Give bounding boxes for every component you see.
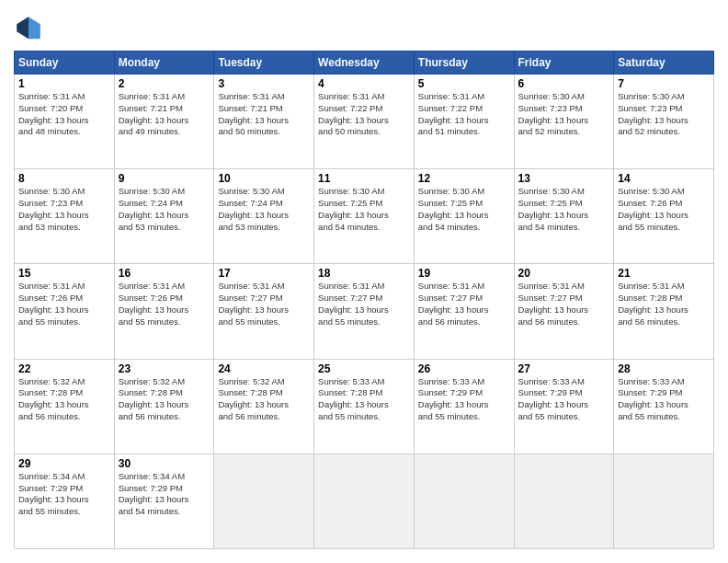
- day-info: Sunrise: 5:31 AM Sunset: 7:21 PM Dayligh…: [119, 91, 210, 138]
- calendar-header-sunday: Sunday: [15, 52, 115, 75]
- day-info: Sunrise: 5:33 AM Sunset: 7:28 PM Dayligh…: [318, 376, 410, 423]
- calendar-week-5: 29Sunrise: 5:34 AM Sunset: 7:29 PM Dayli…: [15, 454, 714, 548]
- day-number: 20: [518, 267, 610, 280]
- day-number: 6: [518, 77, 610, 90]
- day-number: 16: [119, 267, 210, 280]
- day-number: 26: [418, 362, 510, 375]
- day-number: 5: [418, 77, 510, 90]
- day-number: 2: [119, 77, 210, 90]
- calendar-cell: 2Sunrise: 5:31 AM Sunset: 7:21 PM Daylig…: [114, 75, 214, 169]
- calendar-cell: 21Sunrise: 5:31 AM Sunset: 7:28 PM Dayli…: [614, 264, 714, 359]
- page: SundayMondayTuesdayWednesdayThursdayFrid…: [0, 0, 728, 563]
- day-number: 7: [618, 77, 710, 90]
- day-info: Sunrise: 5:31 AM Sunset: 7:26 PM Dayligh…: [18, 281, 110, 327]
- day-number: 25: [318, 362, 410, 375]
- day-info: Sunrise: 5:30 AM Sunset: 7:25 PM Dayligh…: [318, 186, 410, 233]
- day-info: Sunrise: 5:30 AM Sunset: 7:24 PM Dayligh…: [119, 186, 210, 233]
- calendar-cell: 8Sunrise: 5:30 AM Sunset: 7:23 PM Daylig…: [15, 169, 115, 264]
- day-number: 10: [218, 172, 310, 185]
- calendar-table: SundayMondayTuesdayWednesdayThursdayFrid…: [14, 51, 714, 549]
- day-info: Sunrise: 5:30 AM Sunset: 7:25 PM Dayligh…: [518, 186, 610, 233]
- logo: [14, 14, 47, 43]
- day-number: 11: [318, 172, 410, 185]
- calendar-cell: 3Sunrise: 5:31 AM Sunset: 7:21 PM Daylig…: [214, 75, 314, 169]
- day-number: 13: [518, 172, 610, 185]
- calendar-cell: 15Sunrise: 5:31 AM Sunset: 7:26 PM Dayli…: [15, 264, 115, 359]
- calendar-cell: 26Sunrise: 5:33 AM Sunset: 7:29 PM Dayli…: [414, 359, 514, 454]
- day-number: 17: [218, 267, 310, 280]
- day-info: Sunrise: 5:31 AM Sunset: 7:27 PM Dayligh…: [318, 281, 410, 327]
- svg-marker-1: [17, 17, 28, 39]
- day-number: 12: [418, 172, 510, 185]
- calendar-cell: 4Sunrise: 5:31 AM Sunset: 7:22 PM Daylig…: [314, 75, 415, 169]
- day-info: Sunrise: 5:31 AM Sunset: 7:27 PM Dayligh…: [518, 281, 610, 327]
- day-info: Sunrise: 5:31 AM Sunset: 7:22 PM Dayligh…: [418, 91, 510, 138]
- day-number: 24: [218, 362, 310, 375]
- day-info: Sunrise: 5:33 AM Sunset: 7:29 PM Dayligh…: [418, 376, 510, 423]
- calendar-cell: 7Sunrise: 5:30 AM Sunset: 7:23 PM Daylig…: [614, 75, 714, 169]
- day-info: Sunrise: 5:30 AM Sunset: 7:23 PM Dayligh…: [618, 91, 710, 138]
- calendar-cell: 24Sunrise: 5:32 AM Sunset: 7:28 PM Dayli…: [214, 359, 314, 454]
- day-info: Sunrise: 5:32 AM Sunset: 7:28 PM Dayligh…: [218, 376, 310, 423]
- day-number: 23: [119, 362, 210, 375]
- calendar-cell: 9Sunrise: 5:30 AM Sunset: 7:24 PM Daylig…: [114, 169, 214, 264]
- day-info: Sunrise: 5:30 AM Sunset: 7:24 PM Dayligh…: [218, 186, 310, 233]
- calendar-header-wednesday: Wednesday: [314, 52, 415, 75]
- calendar-cell: 22Sunrise: 5:32 AM Sunset: 7:28 PM Dayli…: [15, 359, 115, 454]
- day-info: Sunrise: 5:31 AM Sunset: 7:28 PM Dayligh…: [618, 281, 710, 327]
- calendar-header-row: SundayMondayTuesdayWednesdayThursdayFrid…: [15, 52, 714, 75]
- calendar-cell: 27Sunrise: 5:33 AM Sunset: 7:29 PM Dayli…: [514, 359, 614, 454]
- day-info: Sunrise: 5:33 AM Sunset: 7:29 PM Dayligh…: [518, 376, 610, 423]
- day-number: 15: [18, 267, 110, 280]
- day-number: 21: [618, 267, 710, 280]
- day-info: Sunrise: 5:30 AM Sunset: 7:26 PM Dayligh…: [618, 186, 710, 233]
- calendar-header-saturday: Saturday: [614, 52, 714, 75]
- calendar-cell: 18Sunrise: 5:31 AM Sunset: 7:27 PM Dayli…: [314, 264, 415, 359]
- calendar-cell: [614, 454, 714, 548]
- day-info: Sunrise: 5:32 AM Sunset: 7:28 PM Dayligh…: [119, 376, 210, 423]
- day-info: Sunrise: 5:31 AM Sunset: 7:26 PM Dayligh…: [119, 281, 210, 327]
- day-info: Sunrise: 5:30 AM Sunset: 7:23 PM Dayligh…: [18, 186, 110, 233]
- day-number: 1: [18, 77, 110, 90]
- calendar-cell: 13Sunrise: 5:30 AM Sunset: 7:25 PM Dayli…: [514, 169, 614, 264]
- calendar-cell: [414, 454, 514, 548]
- calendar-cell: 30Sunrise: 5:34 AM Sunset: 7:29 PM Dayli…: [114, 454, 214, 548]
- calendar-week-4: 22Sunrise: 5:32 AM Sunset: 7:28 PM Dayli…: [15, 359, 714, 454]
- day-info: Sunrise: 5:34 AM Sunset: 7:29 PM Dayligh…: [18, 471, 110, 518]
- calendar-cell: 29Sunrise: 5:34 AM Sunset: 7:29 PM Dayli…: [15, 454, 115, 548]
- calendar-week-1: 1Sunrise: 5:31 AM Sunset: 7:20 PM Daylig…: [15, 75, 714, 169]
- day-info: Sunrise: 5:31 AM Sunset: 7:20 PM Dayligh…: [18, 91, 110, 138]
- day-number: 18: [318, 267, 410, 280]
- calendar-cell: 5Sunrise: 5:31 AM Sunset: 7:22 PM Daylig…: [414, 75, 514, 169]
- calendar-week-3: 15Sunrise: 5:31 AM Sunset: 7:26 PM Dayli…: [15, 264, 714, 359]
- calendar-header-monday: Monday: [114, 52, 214, 75]
- calendar-cell: [514, 454, 614, 548]
- calendar-cell: 23Sunrise: 5:32 AM Sunset: 7:28 PM Dayli…: [114, 359, 214, 454]
- day-number: 3: [218, 77, 310, 90]
- logo-icon: [14, 14, 43, 43]
- calendar-header-friday: Friday: [514, 52, 614, 75]
- calendar-cell: 10Sunrise: 5:30 AM Sunset: 7:24 PM Dayli…: [214, 169, 314, 264]
- calendar-cell: 1Sunrise: 5:31 AM Sunset: 7:20 PM Daylig…: [15, 75, 115, 169]
- svg-marker-0: [28, 17, 40, 39]
- header: [14, 14, 714, 43]
- calendar-cell: 12Sunrise: 5:30 AM Sunset: 7:25 PM Dayli…: [414, 169, 514, 264]
- day-info: Sunrise: 5:32 AM Sunset: 7:28 PM Dayligh…: [18, 376, 110, 423]
- calendar-cell: 14Sunrise: 5:30 AM Sunset: 7:26 PM Dayli…: [614, 169, 714, 264]
- day-info: Sunrise: 5:30 AM Sunset: 7:25 PM Dayligh…: [418, 186, 510, 233]
- day-info: Sunrise: 5:31 AM Sunset: 7:22 PM Dayligh…: [318, 91, 410, 138]
- day-number: 22: [18, 362, 110, 375]
- day-number: 27: [518, 362, 610, 375]
- day-number: 19: [418, 267, 510, 280]
- day-info: Sunrise: 5:30 AM Sunset: 7:23 PM Dayligh…: [518, 91, 610, 138]
- day-number: 4: [318, 77, 410, 90]
- day-number: 8: [18, 172, 110, 185]
- calendar-cell: 17Sunrise: 5:31 AM Sunset: 7:27 PM Dayli…: [214, 264, 314, 359]
- calendar-cell: 25Sunrise: 5:33 AM Sunset: 7:28 PM Dayli…: [314, 359, 415, 454]
- calendar-cell: 20Sunrise: 5:31 AM Sunset: 7:27 PM Dayli…: [514, 264, 614, 359]
- calendar-cell: 11Sunrise: 5:30 AM Sunset: 7:25 PM Dayli…: [314, 169, 415, 264]
- day-info: Sunrise: 5:31 AM Sunset: 7:27 PM Dayligh…: [218, 281, 310, 327]
- calendar-header-tuesday: Tuesday: [214, 52, 314, 75]
- calendar-cell: 28Sunrise: 5:33 AM Sunset: 7:29 PM Dayli…: [614, 359, 714, 454]
- calendar-week-2: 8Sunrise: 5:30 AM Sunset: 7:23 PM Daylig…: [15, 169, 714, 264]
